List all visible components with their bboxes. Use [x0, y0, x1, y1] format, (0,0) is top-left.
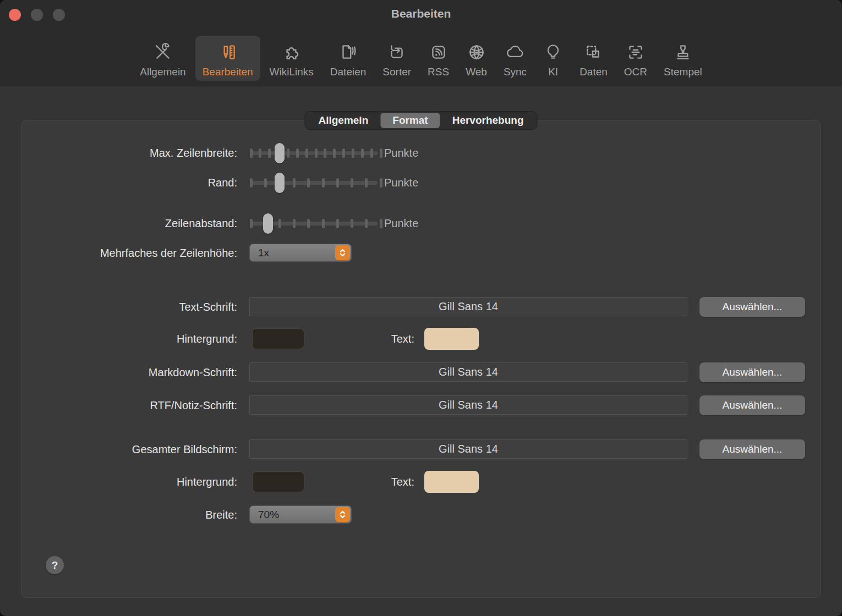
toolbar-item-label: Daten: [579, 66, 608, 78]
slider-knob[interactable]: [275, 143, 285, 163]
popup-stepper-icon: [335, 245, 350, 260]
line-spacing-unit: Punkte: [384, 212, 418, 234]
markdown-font-choose-button[interactable]: Auswählen...: [699, 362, 805, 382]
toolbar-item-sync[interactable]: Sync: [496, 36, 534, 81]
slider-tick: [264, 178, 267, 188]
editor-background-label: Hintergrund:: [21, 328, 237, 350]
cloud-icon: [505, 40, 525, 65]
fullscreen-font-label: Gesamter Bildschirm:: [21, 438, 237, 460]
files-icon: [338, 40, 358, 65]
rtf-font-field[interactable]: Gill Sans 14: [249, 395, 687, 415]
slider-tick: [322, 178, 325, 188]
fullscreen-background-colorwell[interactable]: [252, 471, 304, 492]
slider-tick: [380, 148, 382, 158]
row-margin: Rand: Punkte: [21, 172, 821, 194]
window-title: Bearbeiten: [0, 7, 842, 20]
tab-format[interactable]: Format: [380, 113, 440, 128]
ocr-icon: [626, 40, 646, 65]
rtf-font-label: RTF/Notiz-Schrift:: [21, 394, 237, 416]
toolbar-item-allgemein[interactable]: Allgemein: [133, 36, 193, 81]
edit-icon: [218, 40, 238, 65]
row-text-font: Text-Schrift: Gill Sans 14 Auswählen...: [21, 296, 821, 318]
toolbar-item-ocr[interactable]: OCR: [617, 36, 654, 81]
slider-knob[interactable]: [263, 213, 273, 234]
slider-tick: [296, 148, 299, 158]
row-line-height-multiple: Mehrfaches der Zeilenhöhe: 1x: [21, 242, 821, 264]
data-icon: [583, 40, 603, 65]
line-spacing-slider[interactable]: [249, 212, 379, 234]
slider-tick: [351, 178, 353, 188]
popup-value: 1x: [258, 244, 269, 261]
slider-tick: [250, 178, 253, 188]
toolbar-item-rss[interactable]: RSS: [420, 36, 456, 81]
slider-tick: [250, 219, 253, 228]
slider-tick: [336, 178, 339, 188]
slider-tick: [293, 178, 296, 188]
fullscreen-background-label: Hintergrund:: [21, 471, 237, 493]
toolbar-item-label: Stempel: [664, 66, 702, 78]
line-spacing-label: Zeilenabstand:: [21, 212, 237, 234]
tab-allgemein[interactable]: Allgemein: [306, 113, 380, 128]
toolbar-item-label: Bearbeiten: [203, 66, 253, 78]
slider-tick: [278, 219, 281, 228]
text-font-choose-button[interactable]: Auswählen...: [699, 297, 805, 317]
slider-tick: [333, 148, 336, 158]
toolbar-item-sorter[interactable]: Sorter: [375, 36, 418, 81]
text-font-field[interactable]: Gill Sans 14: [249, 297, 687, 316]
toolbar-item-bearbeiten[interactable]: Bearbeiten: [195, 36, 260, 81]
width-popup[interactable]: 70%: [249, 505, 352, 524]
slider-tick: [365, 178, 368, 188]
editor-background-colorwell[interactable]: [252, 328, 304, 349]
row-editor-colors: Hintergrund: Text:: [21, 328, 821, 350]
preferences-toolbar: Allgemein Bearbeiten WikiLinks Dateien: [0, 36, 842, 81]
format-panel: Allgemein Format Hervorhebung Max. Zeile…: [21, 120, 821, 598]
title-bar: Bearbeiten Allgemein Bearbeiten WikiLink…: [0, 0, 842, 86]
slider-tick: [315, 148, 318, 158]
row-markdown-font: Markdown-Schrift: Gill Sans 14 Auswählen…: [21, 361, 821, 383]
fullscreen-font-choose-button[interactable]: Auswählen...: [699, 439, 805, 459]
tab-hervorhebung[interactable]: Hervorhebung: [440, 113, 536, 128]
slider-tick: [307, 219, 310, 228]
sorter-icon: [387, 40, 407, 65]
toolbar-item-ki[interactable]: KI: [536, 36, 570, 81]
toolbar-item-web[interactable]: Web: [458, 36, 494, 81]
toolbar-item-label: RSS: [428, 66, 449, 78]
preferences-window: Bearbeiten Allgemein Bearbeiten WikiLink…: [0, 0, 842, 616]
slider-tick: [352, 148, 354, 158]
slider-track[interactable]: [251, 181, 378, 185]
slider-tick: [293, 219, 296, 228]
max-line-width-label: Max. Zeilenbreite:: [21, 142, 237, 164]
slider-tick: [351, 219, 353, 228]
slider-tick: [336, 219, 339, 228]
row-width: Breite: 70%: [21, 504, 821, 526]
toolbar-item-dateien[interactable]: Dateien: [323, 36, 374, 81]
line-height-multiple-popup[interactable]: 1x: [249, 244, 352, 262]
stamp-icon: [673, 40, 693, 65]
slider-tick: [380, 178, 382, 188]
fullscreen-font-field[interactable]: Gill Sans 14: [249, 439, 687, 459]
markdown-font-field[interactable]: Gill Sans 14: [249, 362, 687, 382]
max-line-width-slider[interactable]: [249, 142, 379, 164]
margin-slider[interactable]: [249, 172, 379, 194]
help-button[interactable]: ?: [46, 556, 64, 574]
slider-knob[interactable]: [275, 173, 285, 193]
popup-stepper-icon: [335, 507, 350, 522]
slider-tick: [268, 148, 271, 158]
tools-icon: [153, 40, 173, 65]
row-rtf-font: RTF/Notiz-Schrift: Gill Sans 14 Auswähle…: [21, 394, 821, 416]
row-line-spacing: Zeilenabstand: Punkte: [21, 212, 821, 234]
rtf-font-choose-button[interactable]: Auswählen...: [699, 395, 805, 415]
slider-tick: [250, 148, 253, 158]
row-fullscreen-colors: Hintergrund: Text:: [21, 471, 821, 493]
toolbar-item-label: Sorter: [382, 66, 411, 78]
max-line-width-unit: Punkte: [384, 142, 418, 164]
toolbar-item-stempel[interactable]: Stempel: [657, 36, 709, 81]
toolbar-item-daten[interactable]: Daten: [572, 36, 615, 81]
fullscreen-text-colorwell[interactable]: [424, 471, 479, 493]
toolbar-item-label: Allgemein: [140, 66, 185, 78]
width-label: Breite:: [21, 504, 237, 526]
slider-tick: [307, 178, 310, 188]
editor-text-colorwell[interactable]: [424, 328, 479, 350]
toolbar-item-wikilinks[interactable]: WikiLinks: [263, 36, 321, 81]
toolbar-item-label: KI: [548, 66, 558, 78]
